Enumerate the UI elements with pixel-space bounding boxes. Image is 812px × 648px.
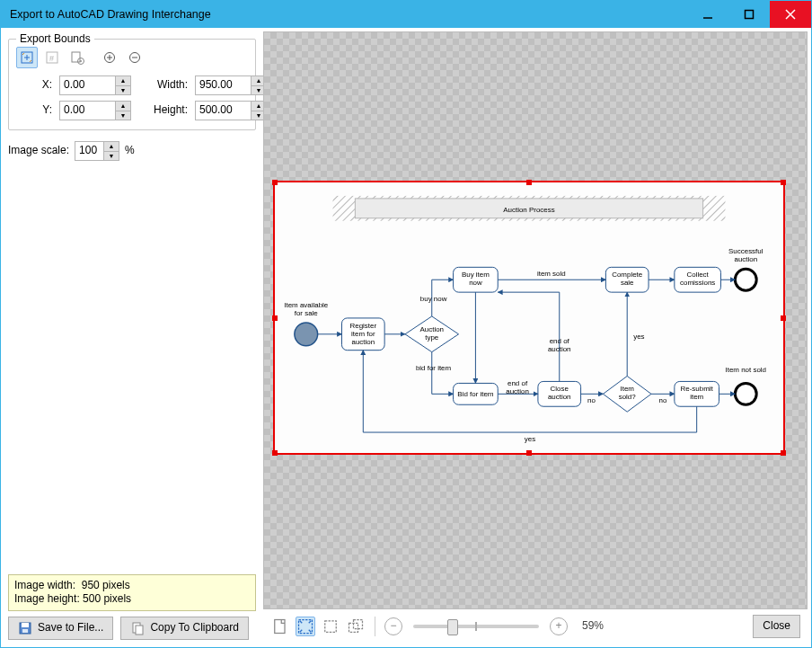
svg-text:yes: yes [525, 435, 535, 443]
preview-toolbar: − + 59% Close [263, 609, 808, 644]
zoom-slider[interactable] [413, 625, 539, 628]
svg-rect-1 [746, 11, 754, 19]
svg-rect-12 [22, 629, 28, 633]
zoom-out-bounds-icon[interactable] [124, 47, 146, 68]
status-box: Image width: 950 pixels Image height: 50… [8, 574, 256, 611]
page-icon[interactable] [270, 617, 290, 636]
svg-text:yes: yes [633, 333, 644, 341]
bounds-mode-number-icon[interactable]: # [41, 47, 63, 68]
svg-text:no: no [587, 396, 596, 404]
crop-icon[interactable] [346, 617, 366, 636]
selection-icon[interactable] [321, 617, 340, 636]
diagram-title: Auction Process [503, 206, 554, 214]
zoom-out-button[interactable]: − [384, 617, 402, 635]
titlebar: Export to AutoCAD Drawing Interchange [1, 1, 811, 28]
svg-text:end ofauction: end ofauction [506, 379, 529, 395]
maximize-button[interactable] [728, 1, 770, 28]
scale-unit: % [125, 144, 135, 158]
svg-text:end ofauction: end ofauction [548, 337, 571, 353]
svg-point-7 [80, 60, 82, 62]
svg-text:buy now: buy now [420, 295, 447, 303]
svg-text:Bid for item: Bid for item [457, 390, 494, 398]
save-icon [18, 621, 32, 635]
x-label: X: [16, 78, 52, 93]
zoom-in-button[interactable]: + [550, 617, 568, 635]
svg-text:item sold: item sold [537, 270, 566, 278]
svg-text:Successfulauction: Successfulauction [728, 247, 763, 263]
svg-point-36 [735, 269, 756, 290]
diagram-preview: Auction Process Item availablefor sale R… [275, 182, 783, 455]
svg-rect-49 [275, 620, 285, 634]
y-label: Y: [16, 103, 52, 118]
svg-point-18 [295, 323, 318, 346]
svg-rect-51 [325, 621, 337, 633]
preview-canvas[interactable]: Auction Process Item availablefor sale R… [263, 31, 808, 609]
bounds-mode-page-icon[interactable] [16, 47, 38, 68]
export-bounds-legend: Export Bounds [16, 32, 94, 47]
width-label: Width: [138, 78, 188, 93]
svg-text:Itemsold?: Itemsold? [619, 385, 637, 401]
svg-text:Closeauction: Closeauction [548, 385, 571, 401]
svg-text:Item availablefor sale: Item availablefor sale [284, 301, 329, 317]
svg-text:Item not sold: Item not sold [726, 366, 766, 374]
export-bounds-group: Export Bounds # [8, 39, 256, 130]
scale-input[interactable]: ▲▼ [75, 141, 119, 161]
svg-text:bid for item: bid for item [416, 364, 452, 372]
height-input[interactable]: ▲▼ [195, 101, 267, 120]
y-input[interactable]: ▲▼ [59, 101, 131, 120]
minimize-button[interactable] [687, 1, 728, 28]
svg-rect-11 [22, 623, 29, 627]
close-button[interactable]: Close [753, 615, 800, 638]
zoom-value: 59% [582, 619, 604, 634]
clipboard-icon [130, 621, 145, 635]
width-input[interactable]: ▲▼ [195, 75, 267, 95]
fit-icon[interactable] [296, 617, 315, 636]
window-title: Export to AutoCAD Drawing Interchange [10, 7, 687, 22]
height-label: Height: [138, 103, 188, 118]
bounds-mode-settings-icon[interactable] [66, 47, 88, 68]
svg-rect-5 [72, 52, 80, 62]
x-input[interactable]: ▲▼ [59, 75, 131, 95]
close-window-button[interactable] [770, 1, 811, 28]
svg-text:Registeritem forauction: Registeritem forauction [350, 322, 377, 346]
scale-label: Image scale: [8, 144, 69, 158]
svg-text:#: # [49, 54, 54, 63]
svg-point-38 [735, 383, 756, 404]
zoom-in-bounds-icon[interactable] [99, 47, 120, 68]
export-bounds-handle[interactable]: Auction Process Item availablefor sale R… [273, 181, 785, 455]
save-to-file-button[interactable]: Save to File... [8, 617, 113, 640]
copy-to-clipboard-button[interactable]: Copy To Clipboard [120, 617, 249, 640]
svg-rect-14 [136, 626, 143, 635]
svg-text:no: no [659, 396, 667, 404]
